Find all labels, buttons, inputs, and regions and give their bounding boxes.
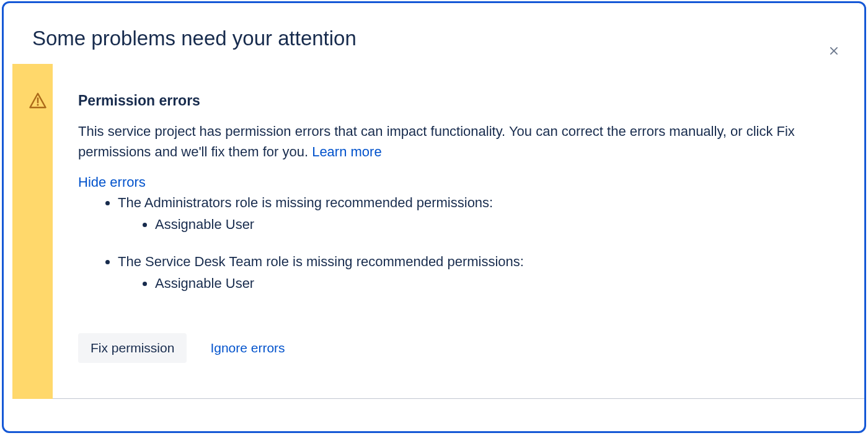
error-role-line: The Administrators role is missing recom…	[118, 195, 493, 210]
error-list: The Administrators role is missing recom…	[78, 193, 836, 293]
action-bar: Fix permission Ignore errors	[78, 333, 836, 363]
fix-permission-button[interactable]: Fix permission	[78, 333, 187, 363]
close-button[interactable]	[825, 42, 843, 60]
svg-point-1	[37, 104, 38, 105]
description-text: This service project has permission erro…	[78, 123, 795, 159]
dialog-title: Some problems need your attention	[32, 27, 836, 50]
error-item: The Administrators role is missing recom…	[118, 193, 836, 235]
hide-errors-link[interactable]: Hide errors	[78, 174, 146, 190]
missing-permission: Assignable User	[155, 274, 836, 294]
permission-errors-description: This service project has permission erro…	[78, 122, 828, 162]
missing-permissions-list: Assignable User	[118, 215, 836, 235]
error-role-line: The Service Desk Team role is missing re…	[118, 254, 524, 269]
permission-errors-panel: Permission errors This service project h…	[12, 64, 864, 399]
warning-icon	[29, 91, 47, 110]
learn-more-link[interactable]: Learn more	[312, 144, 382, 159]
permission-errors-title: Permission errors	[78, 64, 836, 122]
error-item: The Service Desk Team role is missing re…	[118, 252, 836, 293]
missing-permissions-list: Assignable User	[118, 274, 836, 294]
warning-sidebar	[12, 64, 53, 399]
attention-dialog: Some problems need your attention Permis…	[2, 1, 866, 433]
dialog-header: Some problems need your attention	[4, 3, 864, 64]
close-icon	[827, 44, 841, 58]
missing-permission: Assignable User	[155, 215, 836, 235]
ignore-errors-button[interactable]: Ignore errors	[205, 333, 290, 363]
